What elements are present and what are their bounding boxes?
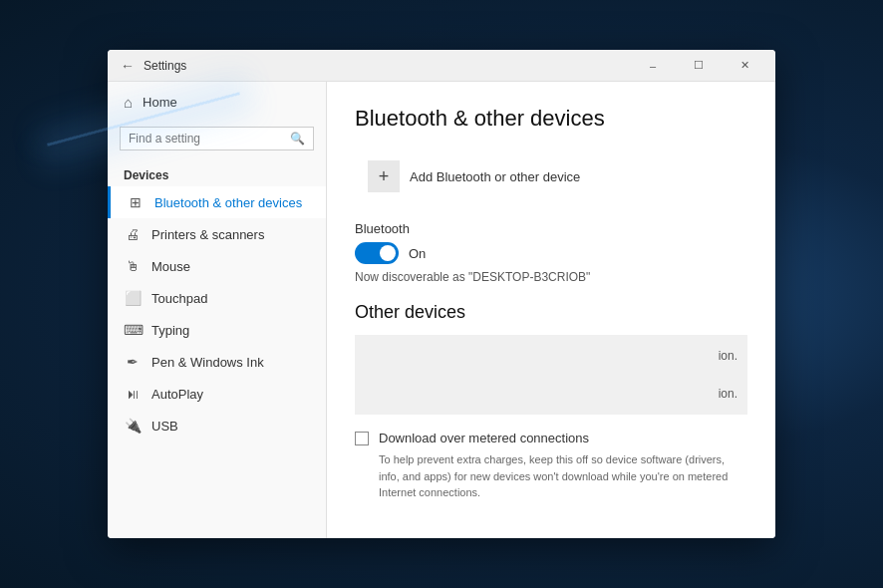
maximize-button[interactable]: ☐ — [676, 50, 722, 82]
sidebar-mouse-label: Mouse — [151, 259, 190, 274]
other-devices-text1: ion. — [719, 349, 737, 363]
window-title: Settings — [144, 59, 630, 73]
add-device-button[interactable]: + Add Bluetooth or other device — [355, 151, 747, 201]
other-devices-text2: ion. — [719, 387, 737, 401]
sidebar-touchpad-label: Touchpad — [151, 291, 207, 306]
typing-icon: ⌨ — [124, 322, 142, 338]
sidebar: ⌂ Home 🔍 Devices ⊞ Bluetooth & other dev… — [108, 82, 327, 538]
sidebar-autoplay-label: AutoPlay — [151, 387, 203, 402]
sidebar-pen-label: Pen & Windows Ink — [151, 355, 264, 370]
bluetooth-toggle-label: On — [409, 246, 426, 261]
devices-section-label: Devices — [108, 158, 326, 186]
content-area: Bluetooth & other devices + Add Bluetoot… — [327, 82, 775, 538]
other-devices-title: Other devices — [355, 302, 747, 323]
search-input[interactable] — [129, 132, 284, 146]
add-icon: + — [368, 160, 400, 192]
pen-icon: ✒ — [124, 354, 142, 370]
other-devices-card: ion. ion. — [355, 335, 747, 415]
search-icon: 🔍 — [290, 132, 305, 146]
sidebar-item-typing[interactable]: ⌨ Typing — [108, 314, 326, 346]
add-device-label: Add Bluetooth or other device — [410, 169, 580, 184]
main-area: ⌂ Home 🔍 Devices ⊞ Bluetooth & other dev… — [108, 82, 775, 538]
download-description: To help prevent extra charges, keep this… — [355, 451, 747, 501]
usb-icon: 🔌 — [124, 418, 142, 434]
printers-icon: 🖨 — [124, 226, 142, 242]
sidebar-item-autoplay[interactable]: ⏯ AutoPlay — [108, 378, 326, 410]
autoplay-icon: ⏯ — [124, 386, 142, 402]
minimize-button[interactable]: – — [630, 50, 676, 82]
bluetooth-toggle[interactable] — [355, 242, 399, 264]
close-button[interactable]: ✕ — [722, 50, 767, 82]
discoverable-text: Now discoverable as "DESKTOP-B3CRIOB" — [355, 270, 747, 284]
sidebar-item-home[interactable]: ⌂ Home — [108, 86, 326, 119]
sidebar-item-mouse[interactable]: 🖱 Mouse — [108, 250, 326, 282]
touchpad-icon: ⬜ — [124, 290, 142, 306]
window-controls: – ☐ ✕ — [630, 50, 767, 82]
sidebar-typing-label: Typing — [151, 323, 189, 338]
bluetooth-section-label: Bluetooth — [355, 221, 747, 236]
page-title: Bluetooth & other devices — [355, 106, 747, 132]
sidebar-usb-label: USB — [151, 419, 178, 434]
back-button[interactable]: ← — [116, 54, 140, 78]
mouse-icon: 🖱 — [124, 258, 142, 274]
sidebar-home-label: Home — [143, 95, 177, 110]
home-icon: ⌂ — [124, 94, 133, 111]
title-bar: ← Settings – ☐ ✕ — [108, 50, 775, 82]
bluetooth-icon: ⊞ — [127, 194, 145, 210]
sidebar-item-pen[interactable]: ✒ Pen & Windows Ink — [108, 346, 326, 378]
sidebar-printers-label: Printers & scanners — [151, 227, 264, 242]
sidebar-item-bluetooth[interactable]: ⊞ Bluetooth & other devices — [108, 186, 326, 218]
bluetooth-toggle-row: On — [355, 242, 747, 264]
sidebar-bluetooth-label: Bluetooth & other devices — [154, 195, 302, 210]
download-label: Download over metered connections — [379, 431, 589, 445]
sidebar-item-usb[interactable]: 🔌 USB — [108, 410, 326, 441]
settings-window: ← Settings – ☐ ✕ ⌂ Home 🔍 Devices ⊞ Blue… — [108, 50, 775, 538]
sidebar-item-touchpad[interactable]: ⬜ Touchpad — [108, 282, 326, 314]
search-box: 🔍 — [120, 127, 314, 150]
back-icon: ← — [121, 58, 135, 74]
toggle-thumb — [380, 245, 396, 261]
download-checkbox[interactable] — [355, 432, 369, 445]
sidebar-item-printers[interactable]: 🖨 Printers & scanners — [108, 218, 326, 250]
download-row: Download over metered connections — [355, 431, 747, 445]
